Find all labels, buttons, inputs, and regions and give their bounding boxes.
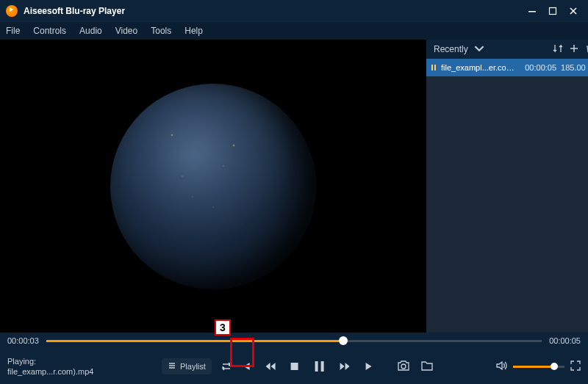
svg-rect-0 (528, 11, 536, 12)
bottom-bar: 00:00:03 00:00:05 Playing: file_examp...… (0, 333, 588, 384)
menu-help[interactable]: Help (184, 26, 203, 36)
transport-controls (240, 360, 376, 373)
menubar: File Controls Audio Video Tools Help (0, 22, 588, 40)
video-frame-earth (110, 84, 316, 289)
close-button[interactable] (564, 4, 582, 18)
app-title: Aiseesoft Blu-ray Player (24, 6, 523, 16)
menu-file[interactable]: File (6, 26, 20, 36)
playlist-filter-label[interactable]: Recently (434, 44, 468, 54)
playlist-button-label: Playlist (180, 362, 206, 371)
snapshot-button[interactable] (397, 360, 410, 373)
rewind-button[interactable] (265, 361, 276, 372)
forward-button[interactable] (340, 361, 351, 372)
seek-slider[interactable] (46, 340, 542, 342)
stop-button[interactable] (290, 361, 300, 372)
open-file-button[interactable] (420, 360, 434, 373)
playlist-item-name: file_exampl...er.com).mp4 (441, 63, 520, 72)
volume-thumb[interactable] (551, 363, 558, 370)
volume-slider[interactable] (513, 366, 564, 368)
fullscreen-button[interactable] (570, 361, 581, 372)
app-logo-icon (6, 5, 18, 17)
now-playing-label: Playing: (7, 356, 125, 366)
pause-button[interactable] (313, 360, 326, 373)
menu-audio[interactable]: Audio (79, 26, 102, 36)
minimize-button[interactable] (523, 4, 541, 18)
volume-fill (513, 366, 554, 368)
menu-controls[interactable]: Controls (33, 26, 66, 36)
svg-rect-6 (321, 361, 324, 372)
playlist-item-size: 185.00 KB (561, 63, 588, 72)
annotation-highlight-box (230, 338, 254, 367)
chevron-down-icon[interactable] (474, 43, 484, 56)
playlist-item-duration: 00:00:05 (525, 63, 556, 72)
playlist-toggle-button[interactable]: Playlist (162, 358, 212, 374)
maximize-button[interactable] (544, 4, 562, 18)
delete-icon[interactable] (585, 43, 588, 56)
seek-thumb[interactable] (339, 336, 348, 345)
menu-tools[interactable]: Tools (151, 26, 171, 36)
video-viewport[interactable] (0, 40, 426, 333)
now-playing-info: Playing: file_examp...r.com).mp4 (7, 356, 125, 377)
svg-point-7 (401, 364, 406, 369)
svg-rect-5 (315, 361, 318, 372)
svg-rect-3 (434, 65, 436, 70)
volume-icon[interactable] (495, 360, 507, 373)
annotation-step-badge: 3 (215, 319, 231, 336)
titlebar: Aiseesoft Blu-ray Player (0, 0, 588, 22)
list-icon (168, 361, 176, 372)
svg-rect-2 (431, 65, 433, 70)
playlist-panel: Recently file_exampl...er.com).mp4 00:00… (426, 40, 588, 333)
pause-tiny-icon (431, 63, 437, 72)
add-icon[interactable] (569, 43, 579, 56)
now-playing-file: file_examp...r.com).mp4 (7, 366, 125, 377)
playlist-item[interactable]: file_exampl...er.com).mp4 00:00:05 185.0… (426, 59, 588, 76)
sort-icon[interactable] (553, 43, 563, 56)
svg-rect-4 (291, 363, 298, 370)
seek-fill (46, 340, 344, 342)
next-button[interactable] (365, 361, 376, 372)
time-total: 00:00:05 (549, 336, 581, 345)
menu-video[interactable]: Video (115, 26, 137, 36)
time-current: 00:00:03 (7, 336, 39, 345)
svg-rect-1 (550, 8, 556, 15)
